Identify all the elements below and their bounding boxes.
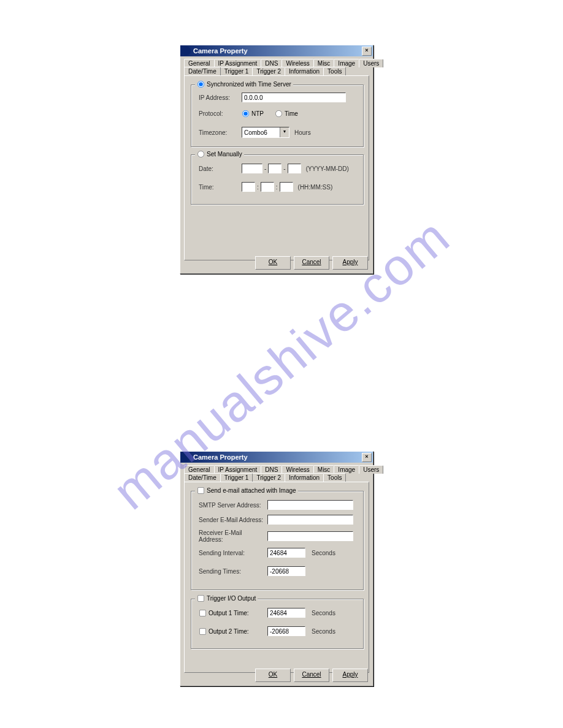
input-time-s[interactable] [280,182,293,192]
label-output2-unit: Seconds [312,628,335,635]
apply-button[interactable]: Apply [332,256,368,270]
tab-ip-assignment[interactable]: IP Assignment [214,59,262,67]
input-sending-times[interactable] [267,566,305,576]
radio-time[interactable] [275,110,282,117]
hint-date: (YYYY-MM-DD) [306,165,349,172]
label-time-manual: Time: [199,184,242,191]
checkbox-output2[interactable] [199,628,206,634]
ok-button[interactable]: OK [255,669,291,682]
tab-trigger-1[interactable]: Trigger 1 [220,67,253,75]
tab-dns[interactable]: DNS [261,59,282,67]
tab-information[interactable]: Information [285,473,324,482]
group-send-email: Send e-mail attached with Image SMTP Ser… [191,491,364,590]
tab-image[interactable]: Image [334,465,359,474]
app-icon [182,453,191,461]
tab-tools[interactable]: Tools [323,473,346,482]
label-receiver: Receiver E-Mail Address: [199,529,267,543]
radio-set-manually[interactable] [197,151,204,157]
app-icon [182,47,191,55]
input-smtp[interactable] [267,500,353,510]
tab-date-time[interactable]: Date/Time [184,67,221,75]
chevron-down-icon[interactable]: ▾ [280,127,289,137]
tab-users[interactable]: Users [359,465,383,474]
label-hours: Hours [294,129,311,136]
checkbox-trigger-io[interactable] [197,595,204,602]
legend-manual[interactable]: Set Manually [195,150,244,158]
ok-button[interactable]: OK [255,256,291,270]
label-output2: Output 2 Time: [209,628,249,635]
radio-ntp-wrap[interactable]: NTP [242,110,264,118]
input-date-d[interactable] [288,164,301,173]
tab-general[interactable]: General [184,465,215,474]
tab-tools[interactable]: Tools [323,67,346,75]
cancel-button[interactable]: Cancel [294,256,329,270]
tab-general[interactable]: General [184,59,215,67]
tab-trigger-2[interactable]: Trigger 2 [252,67,285,75]
label-smtp: SMTP Server Address: [199,502,267,509]
window-title: Camera Property [193,453,362,461]
input-output1[interactable] [267,608,305,618]
legend-io[interactable]: Trigger I/O Output [195,594,258,602]
group-sync-time-server: Synchronized with Time Server IP Address… [191,85,364,147]
input-ip-address[interactable] [242,93,346,102]
checkbox-output2-wrap[interactable]: Output 2 Time: [199,628,267,635]
checkbox-output1[interactable] [199,609,206,616]
radio-time-wrap[interactable]: Time [275,110,298,118]
tab-dns[interactable]: DNS [261,465,282,474]
checkbox-output1-wrap[interactable]: Output 1 Time: [199,609,267,617]
input-interval[interactable] [267,548,305,558]
label-ntp: NTP [251,110,264,117]
input-sender[interactable] [267,515,353,525]
checkbox-send-email[interactable] [197,487,204,494]
legend-sync[interactable]: Synchronized with Time Server [195,80,293,88]
tab-wireless[interactable]: Wireless [282,465,313,474]
input-receiver[interactable] [267,531,353,541]
legend-email[interactable]: Send e-mail attached with Image [195,487,298,495]
close-icon[interactable]: × [362,453,372,462]
label-interval: Sending Interval: [199,550,267,556]
tab-row-1: General IP Assignment DNS Wireless Misc … [180,56,373,67]
dialog-buttons: OK Cancel Apply [255,256,368,270]
input-output2[interactable] [267,626,305,636]
tab-misc[interactable]: Misc [313,59,335,67]
combo-timezone-value: Combo6 [242,129,280,136]
label-protocol: Protocol: [199,110,242,117]
apply-button[interactable]: Apply [332,669,368,682]
tab-misc[interactable]: Misc [313,465,335,474]
titlebar: Camera Property × [180,452,373,463]
tab-row-2: Date/Time Trigger 1 Trigger 2 Informatio… [180,473,373,482]
tab-wireless[interactable]: Wireless [282,59,313,67]
label-interval-unit: Seconds [312,550,335,556]
tab-users[interactable]: Users [359,59,383,67]
tab-trigger-2[interactable]: Trigger 2 [252,473,285,482]
sep-date-2: - [283,165,285,172]
tab-trigger-1[interactable]: Trigger 1 [220,473,253,482]
radio-sync-server[interactable] [197,81,204,88]
tab-date-time[interactable]: Date/Time [184,473,221,482]
legend-email-label: Send e-mail attached with Image [207,487,296,494]
cancel-button[interactable]: Cancel [294,669,329,682]
close-icon[interactable]: × [362,47,372,56]
input-date-m[interactable] [268,164,282,173]
dialog-camera-property-trigger1: Camera Property × General IP Assignment … [180,451,373,686]
label-output1-unit: Seconds [312,610,335,616]
titlebar: Camera Property × [180,45,373,56]
input-time-h[interactable] [242,182,255,192]
tab-ip-assignment[interactable]: IP Assignment [214,465,262,474]
label-output1: Output 1 Time: [209,610,249,616]
input-time-m[interactable] [261,182,274,192]
tab-image[interactable]: Image [334,59,359,67]
label-sending-times: Sending Times: [199,568,267,575]
label-date: Date: [199,165,242,172]
radio-ntp[interactable] [242,110,249,117]
legend-manual-label: Set Manually [207,151,242,157]
tab-information[interactable]: Information [285,67,324,75]
input-date-y[interactable] [242,164,262,173]
sep-time-1: : [257,184,259,191]
combo-timezone[interactable]: Combo6 ▾ [242,127,289,138]
window-title: Camera Property [193,47,362,55]
label-ip-address: IP Address: [199,94,242,101]
group-set-manually: Set Manually Date: - - (YYYY-MM-DD) Time… [191,154,364,205]
tab-row-1: General IP Assignment DNS Wireless Misc … [180,463,373,474]
sep-date-1: - [264,165,266,172]
